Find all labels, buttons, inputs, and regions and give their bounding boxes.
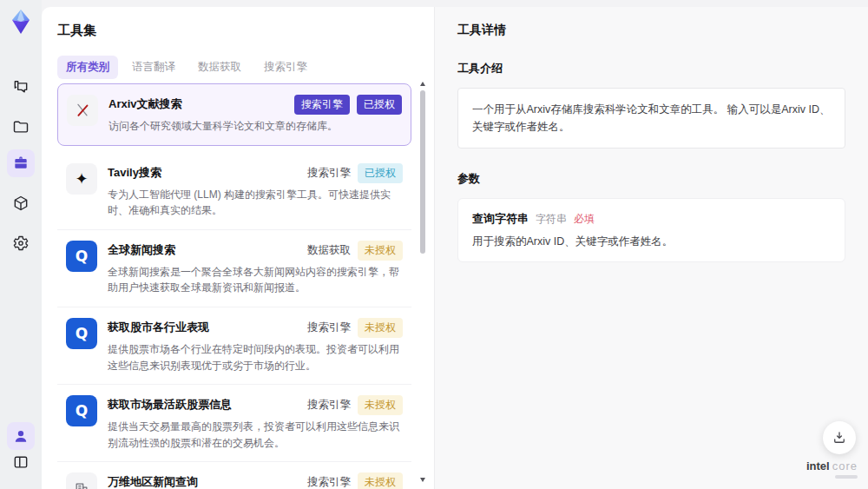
auth-status-badge: 未授权 [358,318,403,338]
auth-status-badge: 未授权 [358,395,403,415]
tool-description: 访问各个研究领域大量科学论文和文章的存储库。 [108,118,402,135]
tool-description: 全球新闻搜索是一个聚合全球各大新闻网站内容的搜索引擎，帮助用户快速获取全球最新资… [108,264,403,296]
list-scrollbar[interactable] [419,82,426,482]
scroll-down-icon[interactable] [420,478,425,482]
intel-word: intel [806,459,830,472]
region-news-icon [66,472,97,489]
sidebar-item-collapse[interactable] [7,448,35,476]
auth-status-badge: 未授权 [358,241,403,261]
tool-card-active-stock[interactable]: Q 获取市场最活跃股票信息 搜索引擎 未授权 提供当天交易量最高的股票列表，投资… [57,385,411,462]
auth-status-badge: 已授权 [358,163,403,183]
star-icon: ✦ [66,163,97,195]
category-label: 搜索引擎 [307,166,351,181]
tool-list: Arxiv文献搜索 搜索引擎 已授权 访问各个研究领域大量科学论文和文章的存储库… [57,83,411,489]
download-icon [832,430,847,446]
cube-icon [12,195,30,212]
sidebar-item-chat[interactable] [7,73,35,101]
tab-all-categories[interactable]: 所有类别 [57,56,118,79]
detail-title: 工具详情 [457,23,845,38]
tool-detail-panel: 工具详情 工具介绍 一个用于从Arxiv存储库搜索科学论文和文章的工具。 输入可… [434,7,868,489]
arxiv-icon [67,95,98,126]
tool-name: Tavily搜索 [108,163,161,181]
global-news-icon: Q [66,241,97,272]
tool-card-stock-sector[interactable]: Q 获取股市各行业表现 搜索引擎 未授权 提供股票市场各个行业在特定时间段内的表… [57,307,411,385]
tool-card-arxiv[interactable]: Arxiv文献搜索 搜索引擎 已授权 访问各个研究领域大量科学论文和文章的存储库… [57,83,411,146]
user-icon [12,427,30,445]
category-label: 搜索引擎 [307,398,351,413]
app-window: 工具集 所有类别 语言翻译 数据获取 搜索引擎 Arxiv文献搜索 [0,0,868,489]
core-word: core [832,459,858,472]
param-description: 用于搜索的Arxiv ID、关键字或作者姓名。 [472,235,831,249]
active-stock-icon: Q [66,395,97,426]
tool-name: 全球新闻搜索 [108,241,175,258]
folder-icon [12,118,30,135]
tool-name: 万维地区新闻查询 [108,472,198,489]
sidebar-item-account[interactable] [7,422,35,450]
params-heading: 参数 [457,171,845,187]
tool-description: 提供股票市场各个行业在特定时间段内的表现。投资者可以利用这些信息来识别表现优于或… [108,341,403,373]
auth-status-badge: 未授权 [358,472,403,489]
intel-logo-subtext [835,475,858,479]
category-badge: 搜索引擎 [294,95,350,115]
stock-sector-icon: Q [66,318,97,349]
download-button[interactable] [823,421,856,454]
category-tabs: 所有类别 语言翻译 数据获取 搜索引擎 [57,56,316,79]
tool-name: 获取市场最活跃股票信息 [108,395,232,413]
sidebar-item-files[interactable] [7,113,35,141]
intel-core-logo: intelcore [806,459,858,479]
intro-heading: 工具介绍 [457,61,845,76]
tab-search-engine[interactable]: 搜索引擎 [255,56,316,79]
scroll-up-icon[interactable] [420,82,425,86]
sidebar-item-settings[interactable] [7,229,35,257]
page-title: 工具集 [57,23,96,39]
tab-data-fetch[interactable]: 数据获取 [189,56,250,79]
tool-name: Arxiv文献搜索 [108,95,182,112]
gear-icon [12,235,30,252]
app-logo-icon[interactable] [6,7,36,36]
category-label: 搜索引擎 [307,320,351,335]
tool-intro-text: 一个用于从Arxiv存储库搜索科学论文和文章的工具。 输入可以是Arxiv ID… [457,88,845,149]
tool-description: 专为人工智能代理 (LLM) 构建的搜索引擎工具。可快速提供实时、准确和真实的结… [108,187,403,219]
category-label: 搜索引擎 [307,475,351,489]
param-card: 查询字符串 字符串 必填 用于搜索的Arxiv ID、关键字或作者姓名。 [457,198,845,262]
tool-description: 提供当天交易量最高的股票列表，投资者可以利用这些信息来识别流动性强的股票和潜在的… [108,419,403,451]
scrollbar-thumb[interactable] [420,90,425,254]
param-type: 字符串 [536,212,567,227]
auth-status-badge: 已授权 [357,95,402,115]
tool-card-region-news[interactable]: 万维地区新闻查询 搜索引擎 未授权 查询具体行政区划内的新闻，快速了解各地新闻动 [57,462,411,489]
param-required-badge: 必填 [574,212,595,227]
param-name: 查询字符串 [472,211,529,227]
chat-icon [12,78,30,96]
tab-translation[interactable]: 语言翻译 [123,56,184,79]
panel-icon [12,453,30,471]
briefcase-icon [12,155,30,172]
toolset-panel: 工具集 所有类别 语言翻译 数据获取 搜索引擎 Arxiv文献搜索 [42,7,434,489]
sidebar-item-models[interactable] [7,189,35,217]
category-label: 数据获取 [307,243,351,258]
sidebar-item-tools[interactable] [7,149,35,177]
app-sidebar [0,0,42,489]
tool-card-tavily[interactable]: ✦ Tavily搜索 搜索引擎 已授权 专为人工智能代理 (LLM) 构建的搜索… [57,153,411,230]
tool-name: 获取股市各行业表现 [108,318,209,335]
tool-card-global-news[interactable]: Q 全球新闻搜索 数据获取 未授权 全球新闻搜索是一个聚合全球各大新闻网站内容的… [57,230,411,307]
